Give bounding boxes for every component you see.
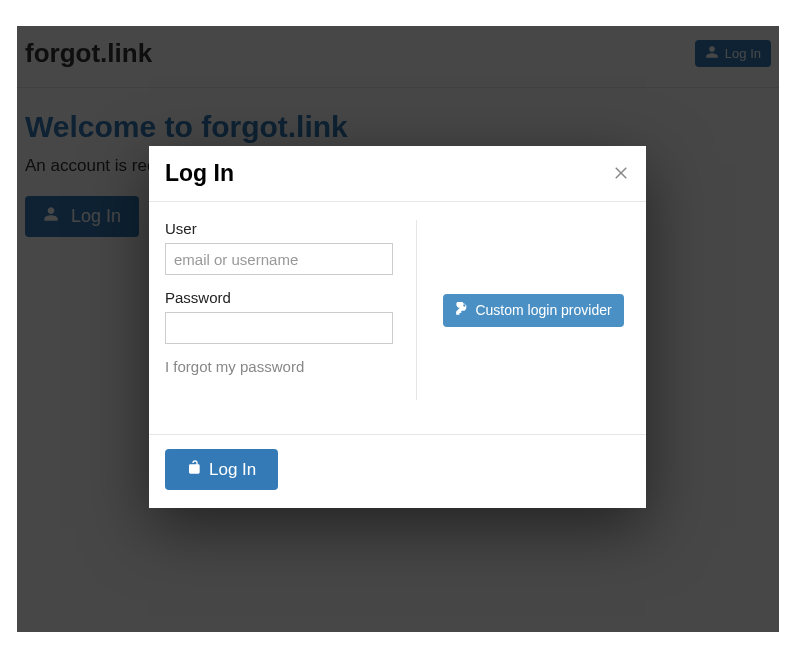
modal-title: Log In — [165, 160, 234, 187]
modal-header: Log In — [149, 146, 646, 202]
user-label: User — [165, 220, 396, 237]
custom-login-provider-button[interactable]: Custom login provider — [443, 294, 623, 327]
close-button[interactable] — [612, 163, 630, 183]
unlock-icon — [187, 459, 203, 480]
login-submit-button[interactable]: Log In — [165, 449, 278, 490]
custom-login-provider-label: Custom login provider — [475, 302, 611, 318]
login-submit-label: Log In — [209, 460, 256, 480]
user-input[interactable] — [165, 243, 393, 275]
modal-body: User Password I forgot my password Custo… — [149, 202, 646, 434]
password-input[interactable] — [165, 312, 393, 344]
provider-column: Custom login provider — [416, 220, 630, 400]
key-icon — [455, 302, 469, 319]
close-icon — [612, 169, 630, 184]
modal-footer: Log In — [149, 434, 646, 508]
password-label: Password — [165, 289, 396, 306]
login-form-column: User Password I forgot my password — [165, 220, 416, 400]
forgot-password-link[interactable]: I forgot my password — [165, 358, 304, 375]
login-modal: Log In User Password I forgot my passwor… — [149, 146, 646, 508]
